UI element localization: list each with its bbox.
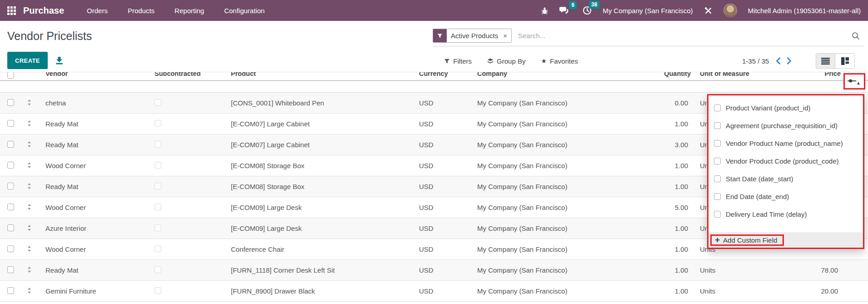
menu-item-orders[interactable]: Orders bbox=[87, 7, 108, 15]
header-subcontracted[interactable]: Subcontracted bbox=[150, 72, 226, 81]
vendor-cell: Gemini Furniture bbox=[41, 281, 150, 302]
drag-handle-icon[interactable] bbox=[27, 162, 31, 168]
filters-button[interactable]: Filters bbox=[444, 57, 472, 65]
optional-column-checkbox[interactable] bbox=[714, 158, 721, 164]
optional-column-checkbox[interactable] bbox=[714, 140, 721, 147]
subcontracted-checkbox[interactable] bbox=[155, 204, 161, 210]
optional-column-checkbox[interactable] bbox=[714, 105, 721, 111]
row-checkbox[interactable] bbox=[7, 99, 14, 106]
main-menu: OrdersProductsReportingConfiguration bbox=[87, 7, 264, 15]
header-company[interactable]: Company bbox=[473, 72, 609, 81]
group-by-button[interactable]: Group By bbox=[487, 57, 525, 65]
table-row[interactable]: Gemini Furniture [FURN_8900] Drawer Blac… bbox=[0, 281, 868, 302]
user-menu[interactable]: Mitchell Admin (19053061-master-all) bbox=[748, 7, 861, 15]
menu-item-reporting[interactable]: Reporting bbox=[175, 7, 204, 15]
row-checkbox[interactable] bbox=[7, 204, 14, 210]
optional-column-item[interactable]: Agreement (purchase_requisition_id) bbox=[708, 117, 863, 135]
quantity-cell: 1.00 bbox=[609, 176, 695, 197]
subcontracted-checkbox[interactable] bbox=[155, 245, 161, 252]
subcontracted-checkbox[interactable] bbox=[155, 99, 161, 106]
optional-column-item[interactable]: End Date (date_end) bbox=[708, 188, 863, 205]
bug-icon[interactable] bbox=[541, 6, 549, 15]
optional-column-checkbox[interactable] bbox=[714, 211, 721, 218]
facet-remove-icon[interactable]: × bbox=[502, 29, 511, 42]
subcontracted-checkbox[interactable] bbox=[155, 224, 161, 231]
optional-column-item[interactable]: Product Variant (product_id) bbox=[708, 99, 863, 117]
drag-handle-icon[interactable] bbox=[27, 288, 31, 294]
favorites-button[interactable]: ★ Favorites bbox=[541, 57, 578, 65]
header-currency[interactable]: Currency bbox=[414, 72, 473, 81]
optional-column-item[interactable]: Vendor Product Name (product_name) bbox=[708, 135, 863, 152]
row-checkbox[interactable] bbox=[7, 183, 14, 189]
optional-column-item[interactable]: Vendor Product Code (product_code) bbox=[708, 152, 863, 170]
row-checkbox[interactable] bbox=[7, 245, 14, 252]
price-cell: 78.00 bbox=[768, 260, 845, 281]
subcontracted-checkbox[interactable] bbox=[155, 183, 161, 189]
header-price[interactable]: Price bbox=[768, 72, 845, 81]
menu-item-products[interactable]: Products bbox=[128, 7, 155, 15]
drag-handle-icon[interactable] bbox=[27, 204, 31, 210]
activities-clock-icon[interactable]: 38 bbox=[583, 6, 592, 15]
optional-column-checkbox[interactable] bbox=[714, 193, 721, 200]
quantity-cell: 0.00 bbox=[609, 93, 695, 114]
optional-columns-toggle-icon[interactable] bbox=[847, 77, 857, 85]
subcontracted-checkbox[interactable] bbox=[155, 162, 161, 169]
app-name[interactable]: Purchase bbox=[23, 5, 64, 16]
optional-column-label: Agreement (purchase_requisition_id) bbox=[726, 122, 838, 130]
optional-column-item[interactable]: Delivery Lead Time (delay) bbox=[708, 205, 863, 223]
drag-handle-icon[interactable] bbox=[27, 120, 31, 126]
apps-menu-icon[interactable] bbox=[7, 6, 16, 15]
avatar[interactable] bbox=[723, 4, 737, 17]
drag-handle-icon[interactable] bbox=[27, 100, 31, 105]
header-quantity[interactable]: Quantity bbox=[609, 72, 695, 81]
product-cell: [E-COM09] Large Desk bbox=[226, 197, 414, 218]
menu-item-configuration[interactable]: Configuration bbox=[224, 7, 264, 15]
currency-cell: USD bbox=[414, 197, 473, 218]
export-download-icon[interactable] bbox=[55, 56, 64, 67]
add-custom-field-button[interactable]: Add Custom Field bbox=[723, 236, 777, 244]
optional-column-checkbox[interactable] bbox=[714, 175, 721, 182]
drag-handle-icon[interactable] bbox=[27, 141, 31, 147]
optional-column-item[interactable]: Start Date (date_start) bbox=[708, 170, 863, 188]
pager-next-icon[interactable] bbox=[787, 57, 792, 65]
drag-handle-icon[interactable] bbox=[27, 225, 31, 231]
optional-column-checkbox[interactable] bbox=[714, 122, 721, 129]
currency-cell: USD bbox=[414, 176, 473, 197]
row-checkbox[interactable] bbox=[7, 266, 14, 273]
drag-handle-icon[interactable] bbox=[27, 267, 31, 273]
row-checkbox[interactable] bbox=[7, 162, 14, 169]
row-checkbox[interactable] bbox=[7, 287, 14, 294]
subcontracted-checkbox[interactable] bbox=[155, 141, 161, 148]
row-checkbox[interactable] bbox=[7, 141, 14, 148]
tools-icon[interactable] bbox=[704, 6, 713, 15]
row-checkbox[interactable] bbox=[7, 120, 14, 127]
select-all-checkbox[interactable] bbox=[7, 72, 14, 79]
search-input[interactable] bbox=[517, 31, 846, 40]
subcontracted-checkbox[interactable] bbox=[155, 120, 161, 127]
currency-cell: USD bbox=[414, 135, 473, 155]
header-vendor[interactable]: Vendor bbox=[41, 72, 150, 81]
optional-columns-dropdown: Product Variant (product_id) Agreement (… bbox=[707, 94, 864, 249]
company-switcher[interactable]: My Company (San Francisco) bbox=[603, 7, 693, 15]
pager-range: 1-35 / 35 bbox=[742, 57, 769, 65]
list-view-button[interactable] bbox=[816, 54, 835, 68]
product-cell: [E-COM08] Storage Box bbox=[226, 176, 414, 197]
subcontracted-checkbox[interactable] bbox=[155, 287, 161, 294]
header-uom[interactable]: Unit of Measure bbox=[695, 72, 768, 81]
row-checkbox[interactable] bbox=[7, 224, 14, 231]
create-button[interactable]: CREATE bbox=[7, 52, 48, 69]
search-icon[interactable] bbox=[852, 32, 860, 40]
messages-icon[interactable]: 6 bbox=[559, 6, 569, 15]
pager-previous-icon[interactable] bbox=[776, 57, 780, 65]
subcontracted-checkbox[interactable] bbox=[155, 266, 161, 273]
drag-handle-icon[interactable] bbox=[27, 246, 31, 252]
header-product[interactable]: Product bbox=[226, 72, 414, 81]
table-row[interactable]: Ready Mat [FURN_1118] Corner Desk Left S… bbox=[0, 260, 868, 281]
group-by-label: Group By bbox=[497, 57, 525, 65]
uom-cell: Units bbox=[695, 281, 768, 302]
kanban-view-button[interactable] bbox=[835, 54, 854, 68]
filter-facet-icon bbox=[433, 29, 447, 42]
quantity-cell: 1.00 bbox=[609, 114, 695, 135]
search-facet[interactable]: Active Products × bbox=[433, 29, 512, 43]
drag-handle-icon[interactable] bbox=[27, 183, 31, 189]
